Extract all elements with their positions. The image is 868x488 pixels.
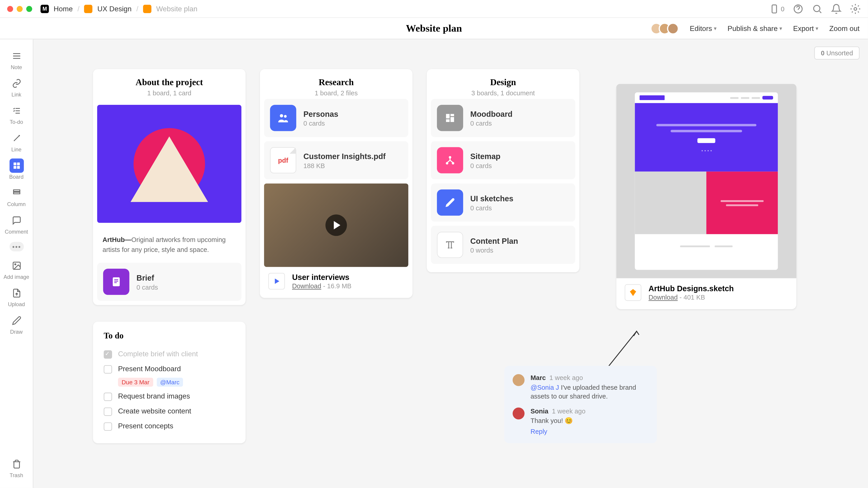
pdf-icon: pdf (270, 147, 296, 173)
card-designs-sketch[interactable]: ■ ArtHub ArtHub Designs.sketchDownload -… (616, 84, 796, 309)
link-icon (9, 76, 24, 91)
project-hero-image (97, 105, 241, 223)
canvas[interactable]: 0 Unsorted About the project1 board, 1 c… (33, 39, 868, 488)
breadcrumb-current: Website plan (156, 4, 197, 13)
todo-item[interactable]: Present concepts (104, 419, 235, 434)
more-tools-button[interactable] (9, 242, 24, 252)
card-brief[interactable]: Brief0 cards (97, 263, 241, 301)
video-thumbnail[interactable] (264, 184, 408, 267)
download-link[interactable]: Download (649, 294, 678, 301)
tool-column[interactable]: Column (0, 184, 33, 210)
comment: Sonia1 week ago Thank you! 😊 Reply (513, 408, 649, 435)
checkbox[interactable] (104, 408, 112, 416)
checkbox[interactable] (104, 393, 112, 401)
card-sitemap[interactable]: Sitemap0 cards (431, 141, 575, 180)
svg-rect-9 (13, 192, 20, 194)
comment-icon (9, 213, 24, 228)
tool-todo[interactable]: To-do (0, 101, 33, 127)
svg-point-16 (280, 114, 283, 118)
sitemap-icon (437, 147, 463, 173)
svg-rect-22 (446, 119, 450, 122)
play-file-icon (268, 273, 285, 290)
card-content-plan[interactable]: Content Plan0 words (431, 226, 575, 264)
search-icon[interactable] (812, 3, 823, 14)
bell-icon[interactable] (831, 3, 842, 14)
comment-thread[interactable]: Marc1 week ago @Sonia J I've uploaded th… (504, 366, 657, 443)
todo-item[interactable]: Present Moodboard (104, 362, 235, 377)
chevron-down-icon: ▾ (779, 25, 782, 31)
minimize-window-icon[interactable] (17, 6, 23, 11)
card-user-interviews[interactable]: User interviewsDownload - 16.9 MB (260, 267, 412, 298)
mention[interactable]: @Sonia J (530, 384, 559, 391)
checkbox-checked[interactable] (104, 350, 112, 359)
board-subtitle: 1 board, 2 files (268, 90, 404, 97)
breadcrumb-ux[interactable]: UX Design (97, 4, 131, 13)
editor-avatars[interactable] (654, 22, 679, 34)
board-design[interactable]: Design3 boards, 1 document Moodboard0 ca… (427, 69, 579, 272)
mention-tag[interactable]: @Marc (157, 378, 183, 387)
arthub-logo: ■ ArtHub (640, 95, 665, 100)
reply-button[interactable]: Reply (530, 428, 649, 435)
device-icon[interactable]: 0 (769, 3, 784, 14)
svg-rect-6 (13, 166, 16, 169)
pencil-icon (437, 190, 463, 216)
checkbox[interactable] (104, 422, 112, 431)
tool-link[interactable]: Link (0, 74, 33, 100)
avatar (513, 408, 525, 419)
zoom-out-button[interactable]: Zoom out (829, 24, 860, 33)
tool-draw[interactable]: Draw (0, 311, 33, 337)
download-link[interactable]: Download (292, 283, 321, 290)
tool-board[interactable]: Board (0, 156, 33, 182)
tool-trash[interactable]: Trash (0, 455, 33, 481)
header: Website plan Editors▾ Publish & share▾ E… (0, 18, 868, 39)
help-icon[interactable] (793, 3, 803, 14)
todo-item[interactable]: Create website content (104, 404, 235, 419)
svg-rect-12 (113, 278, 120, 287)
card-ui-sketches[interactable]: UI sketches0 cards (431, 184, 575, 222)
todo-item[interactable]: Request brand images (104, 389, 235, 404)
svg-rect-5 (17, 162, 20, 165)
svg-rect-20 (451, 114, 454, 116)
board-title: Design (435, 77, 571, 88)
tool-note[interactable]: Note (0, 46, 33, 73)
svg-rect-8 (13, 190, 20, 191)
todo-title: To do (104, 331, 235, 341)
pencil-icon (9, 313, 24, 328)
todo-card[interactable]: To do Complete brief with client Present… (93, 322, 246, 443)
publish-dropdown[interactable]: Publish & share▾ (727, 24, 782, 33)
svg-rect-19 (446, 114, 450, 119)
tool-upload[interactable]: Upload (0, 284, 33, 310)
todo-item[interactable]: Complete brief with client (104, 347, 235, 362)
due-tag[interactable]: Due 3 Mar (118, 378, 153, 387)
card-insights-pdf[interactable]: pdf Customer Insights.pdf188 KB (264, 141, 408, 180)
tool-comment[interactable]: Comment (0, 211, 33, 237)
board-about[interactable]: About the project1 board, 1 card ArtHub—… (93, 69, 246, 305)
board-research[interactable]: Research1 board, 2 files Personas0 cards… (260, 69, 412, 298)
text-icon (437, 232, 463, 258)
tool-add-image[interactable]: Add image (0, 256, 33, 283)
svg-point-11 (14, 264, 16, 265)
board-subtitle: 1 board, 1 card (101, 90, 237, 97)
card-moodboard[interactable]: Moodboard0 cards (431, 99, 575, 137)
breadcrumb-home[interactable]: Home (54, 4, 72, 13)
svg-rect-15 (114, 282, 117, 283)
sketch-file-icon (625, 284, 642, 301)
line-icon (9, 131, 24, 145)
grid-icon (437, 105, 463, 131)
export-dropdown[interactable]: Export▾ (793, 24, 819, 33)
image-icon (9, 258, 24, 273)
editors-dropdown[interactable]: Editors▾ (690, 24, 717, 33)
toolbar-sidebar: Note Link To-do Line Board Column Commen… (0, 39, 33, 488)
card-personas[interactable]: Personas0 cards (264, 99, 408, 137)
tool-line[interactable]: Line (0, 129, 33, 155)
checklist-icon (9, 104, 24, 118)
page-title: Website plan (406, 22, 462, 34)
maximize-window-icon[interactable] (26, 6, 32, 11)
app-logo-icon[interactable]: M (40, 4, 49, 13)
close-window-icon[interactable] (7, 6, 13, 11)
gear-icon[interactable] (850, 3, 861, 14)
checkbox[interactable] (104, 365, 112, 373)
unsorted-pill[interactable]: 0 Unsorted (814, 46, 860, 60)
breadcrumb-separator: / (136, 4, 138, 13)
svg-rect-14 (114, 281, 118, 282)
